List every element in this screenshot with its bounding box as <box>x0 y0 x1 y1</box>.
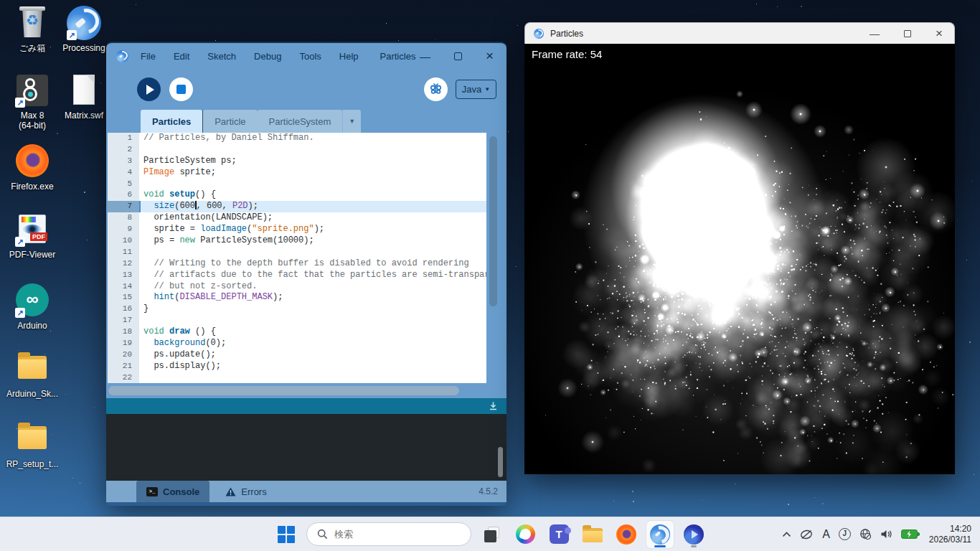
copilot-icon <box>516 524 535 544</box>
menu-edit[interactable]: Edit <box>174 51 189 62</box>
editor-hscrollbar-thumb[interactable] <box>108 386 459 395</box>
code-line[interactable]: 1// Particles, by Daniel Shiffman. <box>108 133 486 144</box>
stop-button[interactable] <box>169 77 193 101</box>
code-line[interactable]: 10 ps = new ParticleSystem(10000); <box>108 235 486 247</box>
document-icon <box>67 73 101 108</box>
code-line[interactable]: 7 size(600, 600, P2D); <box>108 201 486 212</box>
tab-particles[interactable]: Particles <box>141 110 203 133</box>
code-line[interactable]: 20 ps.update(); <box>108 349 486 361</box>
desktop-icon-label: Matrix.swf <box>57 110 110 121</box>
processing-logo-icon <box>116 50 128 62</box>
minimize-button[interactable]: — <box>870 28 880 39</box>
menu-sketch[interactable]: Sketch <box>207 51 236 62</box>
code-line[interactable]: 5 <box>108 179 486 190</box>
desktop-icon-firefox[interactable]: Firefox.exe <box>6 143 59 192</box>
ide-titlebar[interactable]: File Edit Sketch Debug Tools Help Partic… <box>106 43 507 69</box>
firefox-icon <box>15 144 50 179</box>
copilot-button[interactable] <box>512 521 539 548</box>
code-line[interactable]: 6void setup() { <box>108 189 486 201</box>
console-scrollbar-thumb[interactable] <box>498 447 503 477</box>
mode-selector[interactable]: Java ▼ <box>456 80 496 99</box>
taskbar-search[interactable] <box>306 522 471 546</box>
desktop-icon-label: Max 8 (64-bit) <box>6 110 59 131</box>
desktop-icon-arduino-sketch-folder[interactable]: Arduino_Sk... <box>6 352 59 399</box>
desktop-icon-label: RP_setup_t... <box>6 459 59 469</box>
editor-scrollbar-thumb[interactable] <box>489 136 497 306</box>
close-button[interactable]: × <box>936 27 943 41</box>
code-line[interactable]: 9 sprite = loadImage("sprite.png"); <box>108 224 486 235</box>
code-line[interactable]: 3ParticleSystem ps; <box>108 156 486 167</box>
network-offline-icon[interactable] <box>859 528 872 540</box>
code-line[interactable]: 8 orientation(LANDSCAPE); <box>108 212 486 224</box>
menu-file[interactable]: File <box>141 51 156 62</box>
tray-chevron-up-icon[interactable] <box>782 532 791 537</box>
code-line[interactable]: 19 background(0); <box>108 338 486 349</box>
desktop-icon-rp-setup-folder[interactable]: RP_setup_t... <box>6 422 59 469</box>
chevron-down-icon: ▼ <box>484 86 490 93</box>
desktop-icon-pdf-viewer[interactable]: PDF ↗ PDF-Viewer <box>6 212 59 260</box>
search-input[interactable] <box>334 529 449 540</box>
run-button[interactable] <box>137 77 161 101</box>
close-button[interactable]: × <box>486 52 494 60</box>
console-output[interactable] <box>106 414 507 481</box>
code-line[interactable]: 16} <box>108 303 486 315</box>
maximize-button[interactable] <box>904 30 911 37</box>
code-line[interactable]: 13 // artifacts due to the fact that the… <box>108 270 486 281</box>
task-view-button[interactable] <box>478 521 505 548</box>
code-line[interactable]: 2 <box>108 144 486 156</box>
minimize-button[interactable]: — <box>420 50 430 62</box>
processing-taskbar-button[interactable] <box>646 521 674 548</box>
frame-rate-text: Frame rate: 54 <box>532 48 602 60</box>
file-explorer-button[interactable] <box>579 521 606 548</box>
code-line[interactable]: 11 <box>108 247 486 258</box>
desktop-icon-arduino[interactable]: ∞↗ Arduino <box>6 283 59 331</box>
desktop-icon-label: Arduino <box>6 321 59 331</box>
menu-debug[interactable]: Debug <box>254 51 281 62</box>
shortcut-arrow-icon: ↗ <box>15 237 25 247</box>
code-editor[interactable]: 1// Particles, by Daniel Shiffman.23Part… <box>108 133 486 383</box>
processing-icon <box>650 524 670 545</box>
code-line[interactable]: 4PImage sprite; <box>108 167 486 179</box>
console-tab[interactable]: >_ Console <box>136 481 209 502</box>
taskbar-clock[interactable]: 14:20 2026/03/11 <box>929 524 971 545</box>
errors-tab[interactable]: Errors <box>225 486 266 497</box>
circle-j-tray-icon[interactable]: J <box>839 528 851 540</box>
ime-mode-icon[interactable]: A <box>822 528 830 541</box>
menu-tools[interactable]: Tools <box>299 51 321 62</box>
desktop-icon-matrix-swf[interactable]: Matrix.swf <box>57 73 110 121</box>
code-line[interactable]: 12 // Writing to the depth buffer is dis… <box>108 258 486 270</box>
arduino-icon: ∞↗ <box>15 283 50 318</box>
editor-scrollbar-track[interactable] <box>486 133 507 383</box>
taskbar: T A J <box>0 517 980 551</box>
collapse-console-icon[interactable] <box>489 401 498 410</box>
open-app-indicator <box>691 545 697 547</box>
clock-date: 2026/03/11 <box>929 534 971 545</box>
code-line[interactable]: 14 // but not z-sorted. <box>108 281 486 293</box>
desktop-icon-recycle-bin[interactable]: ♻ ごみ箱 <box>6 6 59 53</box>
firefox-button[interactable] <box>613 521 640 548</box>
editor-hscrollbar-track[interactable] <box>106 383 507 398</box>
menu-help[interactable]: Help <box>339 51 359 62</box>
code-line[interactable]: 17 <box>108 315 486 326</box>
start-button[interactable] <box>273 521 300 548</box>
code-line[interactable]: 18void draw () { <box>108 326 486 338</box>
search-icon <box>317 529 328 540</box>
maximize-button[interactable] <box>454 52 462 60</box>
tab-menu-button[interactable]: ▼ <box>342 110 361 133</box>
code-line[interactable]: 22 <box>108 372 486 383</box>
running-sketch-button[interactable] <box>680 521 707 548</box>
code-line[interactable]: 15 hint(DISABLE_DEPTH_MASK); <box>108 292 486 303</box>
touchpad-off-icon[interactable] <box>800 529 814 540</box>
tab-particlesystem[interactable]: ParticleSystem <box>258 110 343 133</box>
desktop-icon-processing[interactable]: ↗ Processing <box>57 6 110 53</box>
desktop-icon-max8[interactable]: ↗ Max 8 (64-bit) <box>6 73 59 131</box>
battery-charging-icon[interactable] <box>901 529 918 539</box>
processing-icon: ↗ <box>67 6 101 40</box>
code-line[interactable]: 21 ps.display(); <box>108 361 486 372</box>
debug-button[interactable] <box>424 77 448 101</box>
teams-button[interactable]: T <box>545 521 573 548</box>
tab-particle[interactable]: Particle <box>203 110 257 133</box>
sketch-titlebar[interactable]: Particles — × <box>524 22 955 44</box>
folder-icon <box>583 527 603 542</box>
volume-icon[interactable] <box>880 529 892 540</box>
